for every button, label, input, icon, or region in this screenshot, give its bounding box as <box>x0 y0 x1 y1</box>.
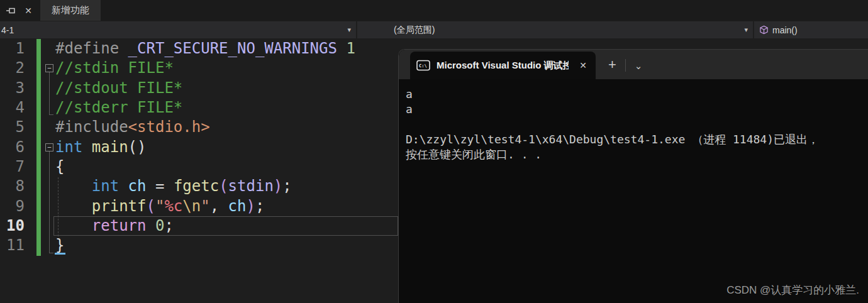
line-number: 6 <box>0 138 25 157</box>
scope-dropdown[interactable]: (全局范围) ▾ <box>357 21 753 38</box>
project-dropdown-label: 4-1 <box>1 25 14 35</box>
code-text: { <box>55 157 64 177</box>
project-dropdown[interactable]: 4-1 ▾ <box>0 21 356 38</box>
code-text: //stdin FILE* <box>55 58 174 78</box>
code-text: //stdout FILE* <box>55 79 182 98</box>
terminal-line: D:\zzyl\zyl\test4-1\x64\Debug\test4-1.ex… <box>406 132 868 147</box>
line-number: 9 <box>0 197 25 216</box>
line-number: 1 <box>0 39 25 58</box>
code-text: int main() <box>55 138 147 157</box>
scope-dropdown-label: (全局范围) <box>394 25 435 36</box>
member-dropdown-label: main() <box>772 25 798 35</box>
code-text: //stderr FILE* <box>55 98 182 118</box>
terminal-tab-bar: C:\ Microsoft Visual Studio 调试控制台 ✕ + ⌄ <box>399 50 868 79</box>
tabbar-divider <box>625 59 626 72</box>
document-tab-strip: ✕ 新增功能 <box>0 0 868 21</box>
terminal-line: a <box>406 102 868 117</box>
new-tab-icon[interactable]: + <box>608 57 616 73</box>
line-number: 7 <box>0 157 25 177</box>
code-text: #include<stdio.h> <box>55 118 210 137</box>
terminal-tab-title: Microsoft Visual Studio 调试控制台 <box>437 60 569 72</box>
line-number: 5 <box>0 118 25 137</box>
close-icon[interactable]: ✕ <box>21 4 35 18</box>
terminal-tab[interactable]: C:\ Microsoft Visual Studio 调试控制台 ✕ <box>410 52 596 79</box>
terminal-line <box>406 117 868 132</box>
tab-new-features[interactable]: 新增功能 <box>40 0 101 21</box>
fold-guide-foot <box>49 114 53 115</box>
fold-guide-foot <box>49 253 53 253</box>
fold-collapse-icon[interactable]: − <box>45 143 53 152</box>
tab-dropdown-icon[interactable]: ⌄ <box>635 60 643 72</box>
tab-label: 新增功能 <box>52 4 89 16</box>
code-text: return 0; <box>55 216 174 236</box>
terminal-output[interactable]: aa D:\zzyl\zyl\test4-1\x64\Debug\test4-1… <box>399 79 868 162</box>
close-tab-icon[interactable]: ✕ <box>577 59 589 72</box>
fold-guide-line <box>49 152 50 253</box>
terminal-line: a <box>406 87 868 102</box>
cmd-icon: C:\ <box>416 60 430 71</box>
line-number: 4 <box>0 98 25 118</box>
member-dropdown[interactable]: main() <box>754 21 868 38</box>
line-number: 2 <box>0 58 25 78</box>
method-cube-icon <box>759 25 769 35</box>
line-number: 8 <box>0 177 25 196</box>
line-number: 3 <box>0 79 25 98</box>
chevron-down-icon: ▾ <box>347 26 351 34</box>
svg-text:C:\: C:\ <box>419 63 427 69</box>
terminal-line: 按任意键关闭此窗口. . . <box>406 147 868 162</box>
pin-icon[interactable] <box>4 4 18 18</box>
line-number: 10 <box>0 216 25 236</box>
text-caret <box>55 253 65 255</box>
debug-console-window: C:\ Microsoft Visual Studio 调试控制台 ✕ + ⌄ … <box>398 49 868 303</box>
code-text: printf("%c\n", ch); <box>55 197 264 216</box>
line-number: 11 <box>0 236 25 255</box>
watermark-text: CSDN @认真学习的小雅兰. <box>726 283 859 297</box>
chevron-down-icon: ▾ <box>744 26 748 34</box>
code-text: int ch = fgetc(stdin); <box>55 177 292 196</box>
indent-guide <box>58 177 58 236</box>
fold-guide-line <box>49 72 50 115</box>
navigation-bar: 4-1 ▾ (全局范围) ▾ main() <box>0 21 868 39</box>
code-text: #define _CRT_SECURE_NO_WARNINGS 1 <box>55 39 355 58</box>
fold-collapse-icon[interactable]: − <box>45 64 53 72</box>
